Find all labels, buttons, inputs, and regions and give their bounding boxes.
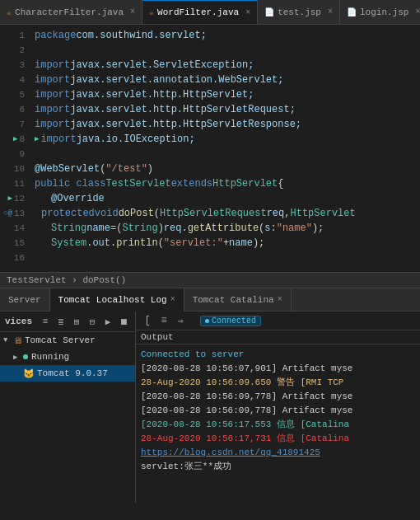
output-label: Output [141, 332, 174, 342]
code-lines[interactable]: package com.southwind.servlet; import ja… [31, 25, 420, 272]
output-line-6: [2020-08-28 10:56:17.553 信息 [Catalina [141, 418, 415, 432]
output-line-3: 28-Aug-2020 10:56:09.650 警告 [RMI TCP [141, 376, 415, 390]
connected-dot [205, 319, 209, 323]
tab-close-loginjsp[interactable]: × [415, 7, 420, 16]
panel-tab-close-catalina[interactable]: × [278, 295, 282, 304]
tab-close-characterfilter[interactable]: × [130, 7, 135, 16]
code-line-7: import javax.servlet.http.HttpServletRes… [31, 117, 420, 132]
services-panel: vices ≡ ≣ ⊞ ⊟ ▶ ⏹ ▼ 🖥 Tomcat Server ▶ [0, 312, 136, 503]
toolbar-group-icon[interactable]: ≣ [54, 315, 68, 328]
output-line-7: 28-Aug-2020 10:56:17,731 信息 [Catalina [141, 432, 415, 446]
code-line-1: package com.southwind.servlet; [31, 28, 420, 43]
tab-close-testjsp[interactable]: × [328, 7, 333, 16]
tomcat-icon: 🐱 [23, 368, 35, 379]
code-line-12: @Override [31, 191, 420, 206]
output-line-8[interactable]: https://blog.csdn.net/qq_41891425 [141, 446, 415, 460]
java-icon: ☕ [7, 7, 12, 17]
jsp-icon: 📄 [264, 7, 274, 17]
connected-badge: Connected [200, 316, 261, 326]
tree-item-tomcat-server[interactable]: ▼ 🖥 Tomcat Server [0, 332, 135, 349]
output-toolbar-icon-2[interactable]: ≡ [157, 314, 170, 327]
output-toolbar: [ ≡ ⇒ Connected [136, 312, 420, 330]
code-line-14: String name=(String)req.getAttribute( s:… [31, 221, 420, 236]
output-line-9: servlet:张三**成功 [141, 460, 415, 474]
panel-tab-close-localhost[interactable]: × [170, 295, 175, 304]
tab-tomcat-localhost-log[interactable]: Tomcat Localhost Log × [50, 288, 184, 312]
code-line-10: @WebServlet("/test") [31, 162, 420, 176]
tab-tomcat-catalina[interactable]: Tomcat Catalina × [184, 288, 292, 312]
toolbar-stop-icon[interactable]: ⏹ [117, 315, 130, 328]
code-line-9 [31, 147, 420, 162]
tab-testjsp[interactable]: 📄 test.jsp × [258, 0, 340, 25]
panel-body: vices ≡ ≣ ⊞ ⊟ ▶ ⏹ ▼ 🖥 Tomcat Server ▶ [0, 312, 420, 503]
tree-item-tomcat-instance[interactable]: 🐱 Tomcat 9.0.37 [0, 365, 135, 382]
output-line-4: [2020-08-28 10:56:09,778] Artifact myse [141, 390, 415, 404]
bottom-panel: Server Tomcat Localhost Log × Tomcat Cat… [0, 288, 420, 503]
services-header: vices ≡ ≣ ⊞ ⊟ ▶ ⏹ [0, 312, 135, 332]
code-line-2 [31, 43, 420, 58]
tree-arrow-server: ▼ [3, 336, 13, 344]
toolbar-filter-icon[interactable]: ⊟ [86, 315, 99, 328]
code-line-11: public class TestServlet extends HttpSer… [31, 176, 420, 191]
code-line-16 [31, 251, 420, 265]
toolbar-add-icon[interactable]: ⊞ [70, 315, 83, 328]
output-toolbar-icon-1[interactable]: [ [141, 314, 154, 327]
code-line-6: import javax.servlet.http.HttpServletReq… [31, 102, 420, 117]
services-toolbar: ≡ ≣ ⊞ ⊟ ▶ ⏹ [39, 315, 130, 328]
tree-arrow-running: ▶ [13, 353, 23, 362]
jsp-icon-2: 📄 [347, 7, 357, 17]
java-icon-2: ☕ [149, 7, 154, 17]
tree-item-running[interactable]: ▶ Running [0, 349, 135, 365]
output-line-5: [2020-08-28 10:56:09,778] Artifact myse [141, 404, 415, 418]
output-panel: [ ≡ ⇒ Connected Output Connected to serv… [136, 312, 420, 503]
output-line-2: [2020-08-28 10:56:07,901] Artifact myse [141, 362, 415, 376]
tab-characterfilter[interactable]: ☕ CharacterFilter.java × [0, 0, 142, 25]
line-numbers: 1 2 3 4 5 6 7 ▶8 9 10 11 ▶12 ○@13 14 15 … [0, 25, 31, 272]
panel-tab-bar: Server Tomcat Localhost Log × Tomcat Cat… [0, 288, 420, 312]
code-line-13: protected void doPost(HttpServletRequest… [31, 206, 420, 221]
breadcrumb: TestServlet › doPost() [0, 272, 420, 288]
toolbar-list-icon[interactable]: ≡ [39, 315, 52, 328]
code-line-4: import javax.servlet.annotation.WebServl… [31, 73, 420, 87]
code-line-5: import javax.servlet.http.HttpServlet; [31, 87, 420, 102]
output-line-1: Connected to server [141, 348, 415, 362]
code-line-15: System.out.println("servlet:"+name); [31, 236, 420, 251]
running-dot [23, 354, 28, 359]
server-icon: 🖥 [13, 335, 22, 346]
tab-wordfilter[interactable]: ☕ WordFilter.java × [142, 0, 258, 25]
tab-loginjsp[interactable]: 📄 login.jsp × [340, 0, 420, 25]
output-content[interactable]: Connected to server [2020-08-28 10:56:07… [136, 344, 420, 503]
tab-server[interactable]: Server [0, 288, 50, 312]
code-line-3: import javax.servlet.ServletException; [31, 58, 420, 73]
output-toolbar-icon-3[interactable]: ⇒ [174, 314, 187, 327]
tab-close-wordfilter[interactable]: × [245, 8, 250, 17]
code-line-8: ▶import java.io.IOException; [31, 132, 420, 147]
toolbar-run-icon[interactable]: ▶ [101, 315, 114, 328]
editor-tab-bar: ☕ CharacterFilter.java × ☕ WordFilter.ja… [0, 0, 420, 25]
code-editor: 1 2 3 4 5 6 7 ▶8 9 10 11 ▶12 ○@13 14 15 … [0, 25, 420, 272]
